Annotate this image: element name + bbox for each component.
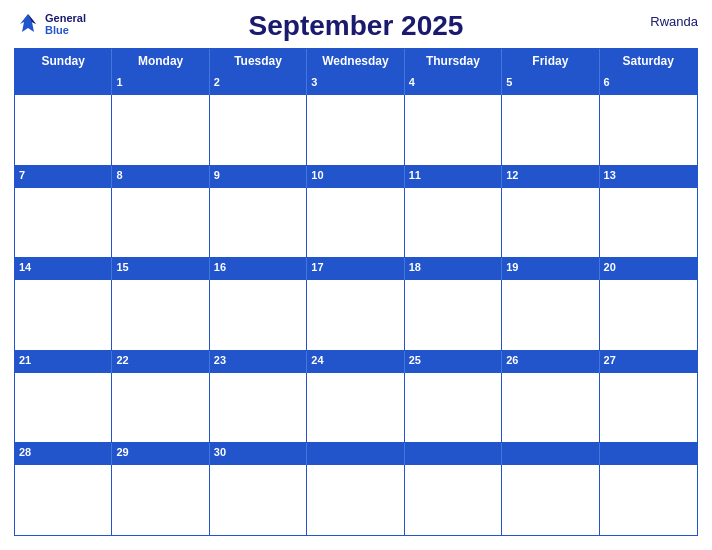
week-content-cell bbox=[112, 95, 209, 165]
day-number: 13 bbox=[604, 169, 616, 181]
day-number: 4 bbox=[409, 76, 415, 88]
country-label: Rwanda bbox=[650, 14, 698, 29]
week-header-cell: 13 bbox=[600, 166, 697, 188]
week-header-cell: 22 bbox=[112, 351, 209, 373]
week-content-cell bbox=[600, 465, 697, 535]
week-header-cell bbox=[15, 73, 112, 95]
day-number: 22 bbox=[116, 354, 128, 366]
week-content-cell bbox=[15, 188, 112, 258]
day-number: 1 bbox=[116, 76, 122, 88]
week-header-cell: 20 bbox=[600, 258, 697, 280]
day-number: 6 bbox=[604, 76, 610, 88]
day-header-tuesday: Tuesday bbox=[210, 49, 307, 73]
week-header-cell bbox=[405, 443, 502, 465]
week-content-cell bbox=[210, 373, 307, 443]
week-content-cell bbox=[307, 373, 404, 443]
week-3: 14151617181920 bbox=[15, 257, 697, 350]
day-number: 19 bbox=[506, 261, 518, 273]
week-content-cell bbox=[502, 465, 599, 535]
week-header-row-3: 14151617181920 bbox=[15, 258, 697, 280]
week-header-cell: 26 bbox=[502, 351, 599, 373]
day-header-saturday: Saturday bbox=[600, 49, 697, 73]
week-content-cell bbox=[15, 373, 112, 443]
week-header-row-5: 282930 bbox=[15, 443, 697, 465]
week-header-cell: 29 bbox=[112, 443, 209, 465]
day-number: 15 bbox=[116, 261, 128, 273]
week-content-cell bbox=[210, 188, 307, 258]
week-header-cell: 8 bbox=[112, 166, 209, 188]
week-header-cell: 18 bbox=[405, 258, 502, 280]
week-header-row-2: 78910111213 bbox=[15, 166, 697, 188]
week-content-cell bbox=[502, 95, 599, 165]
calendar-grid: SundayMondayTuesdayWednesdayThursdayFrid… bbox=[14, 48, 698, 536]
day-number: 12 bbox=[506, 169, 518, 181]
logo-text: General Blue bbox=[45, 12, 86, 36]
day-number: 25 bbox=[409, 354, 421, 366]
day-number: 21 bbox=[19, 354, 31, 366]
logo-bird-icon bbox=[14, 10, 42, 38]
day-number: 10 bbox=[311, 169, 323, 181]
day-number: 18 bbox=[409, 261, 421, 273]
week-header-cell: 15 bbox=[112, 258, 209, 280]
week-header-cell: 30 bbox=[210, 443, 307, 465]
calendar-header: General Blue September 2025 Rwanda bbox=[14, 10, 698, 42]
week-header-cell: 5 bbox=[502, 73, 599, 95]
week-header-cell: 11 bbox=[405, 166, 502, 188]
week-content-row-2 bbox=[15, 188, 697, 258]
week-header-cell: 14 bbox=[15, 258, 112, 280]
week-content-cell bbox=[600, 280, 697, 350]
day-number: 26 bbox=[506, 354, 518, 366]
week-header-cell: 6 bbox=[600, 73, 697, 95]
week-header-cell: 10 bbox=[307, 166, 404, 188]
week-content-cell bbox=[600, 95, 697, 165]
week-content-cell bbox=[112, 373, 209, 443]
week-header-cell bbox=[307, 443, 404, 465]
week-header-cell: 19 bbox=[502, 258, 599, 280]
day-number: 3 bbox=[311, 76, 317, 88]
week-content-cell bbox=[502, 373, 599, 443]
week-header-cell bbox=[502, 443, 599, 465]
week-1: 123456 bbox=[15, 73, 697, 165]
calendar: General Blue September 2025 Rwanda Sunda… bbox=[0, 0, 712, 550]
day-number: 24 bbox=[311, 354, 323, 366]
week-header-cell: 21 bbox=[15, 351, 112, 373]
week-content-cell bbox=[307, 465, 404, 535]
week-header-cell: 7 bbox=[15, 166, 112, 188]
week-content-row-5 bbox=[15, 465, 697, 535]
day-header-wednesday: Wednesday bbox=[307, 49, 404, 73]
week-header-cell: 16 bbox=[210, 258, 307, 280]
day-number: 14 bbox=[19, 261, 31, 273]
week-content-row-3 bbox=[15, 280, 697, 350]
day-number: 8 bbox=[116, 169, 122, 181]
day-number: 30 bbox=[214, 446, 226, 458]
week-content-cell bbox=[502, 188, 599, 258]
calendar-body: 1234567891011121314151617181920212223242… bbox=[15, 73, 697, 535]
week-header-cell: 3 bbox=[307, 73, 404, 95]
week-content-cell bbox=[15, 465, 112, 535]
logo-general: General bbox=[45, 12, 86, 24]
svg-marker-0 bbox=[20, 14, 36, 32]
week-header-row-1: 123456 bbox=[15, 73, 697, 95]
week-header-cell: 1 bbox=[112, 73, 209, 95]
day-header-monday: Monday bbox=[112, 49, 209, 73]
week-content-cell bbox=[210, 95, 307, 165]
week-content-cell bbox=[112, 465, 209, 535]
week-header-cell: 23 bbox=[210, 351, 307, 373]
week-content-cell bbox=[502, 280, 599, 350]
week-content-cell bbox=[405, 95, 502, 165]
week-content-cell bbox=[307, 188, 404, 258]
day-number: 27 bbox=[604, 354, 616, 366]
calendar-title: September 2025 bbox=[249, 10, 464, 42]
week-content-row-4 bbox=[15, 373, 697, 443]
week-header-cell: 9 bbox=[210, 166, 307, 188]
week-5: 282930 bbox=[15, 442, 697, 535]
week-content-cell bbox=[405, 465, 502, 535]
day-number: 7 bbox=[19, 169, 25, 181]
week-content-cell bbox=[112, 280, 209, 350]
logo-blue: Blue bbox=[45, 24, 86, 36]
week-content-cell bbox=[600, 373, 697, 443]
week-content-cell bbox=[210, 465, 307, 535]
week-content-cell bbox=[210, 280, 307, 350]
day-header-thursday: Thursday bbox=[405, 49, 502, 73]
week-content-cell bbox=[307, 280, 404, 350]
